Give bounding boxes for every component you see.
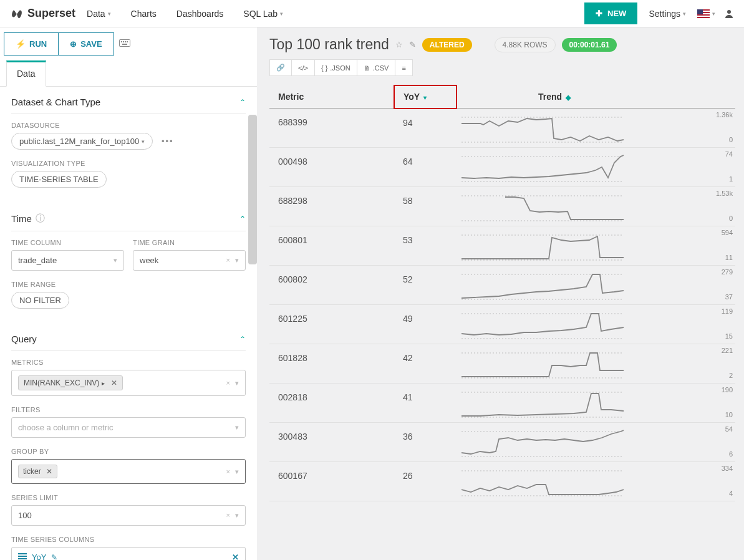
remove-icon[interactable]: ✕ bbox=[46, 467, 52, 476]
svg-point-5 bbox=[727, 10, 731, 14]
metric-chip[interactable]: MIN(RANK_EXC_INV)▸✕ bbox=[18, 375, 123, 390]
clear-icon[interactable]: × bbox=[226, 511, 230, 519]
bolt-icon: ⚡ bbox=[16, 39, 26, 49]
cell-trend: 11915 bbox=[457, 305, 735, 344]
filters-select[interactable]: choose a column or metric ▾ bbox=[11, 417, 246, 438]
caret-down-icon: ▾ bbox=[108, 11, 111, 17]
brand-logo[interactable]: Superset bbox=[10, 7, 75, 21]
groupby-chip[interactable]: ticker✕ bbox=[18, 465, 57, 478]
section-header-query[interactable]: Query ⌃ bbox=[11, 324, 246, 351]
table-row: 00049864741 bbox=[269, 148, 735, 187]
superset-logo-icon bbox=[10, 7, 24, 21]
clear-icon[interactable]: × bbox=[226, 468, 230, 476]
chart-toolbar: 🔗 </> { }.JSON 🗎.CSV ≡ bbox=[269, 59, 413, 76]
nav-dashboards[interactable]: Dashboards bbox=[168, 4, 233, 24]
sort-desc-icon: ▾ bbox=[423, 94, 427, 101]
time-range-selector[interactable]: NO FILTER bbox=[11, 292, 69, 309]
svg-rect-6 bbox=[119, 40, 130, 47]
caret-down-icon: ▾ bbox=[235, 256, 239, 264]
keyboard-icon[interactable] bbox=[119, 39, 130, 49]
spark-bot-value: 10 bbox=[725, 411, 733, 418]
chevron-up-icon: ⌃ bbox=[239, 98, 246, 107]
braces-icon: { } bbox=[321, 64, 327, 72]
caret-down-icon: ▾ bbox=[280, 11, 283, 17]
metrics-select[interactable]: MIN(RANK_EXC_INV)▸✕ ×▾ bbox=[11, 370, 246, 396]
ts-column-item[interactable]: YoY ✎ ✕ bbox=[11, 547, 246, 560]
svg-rect-8 bbox=[123, 41, 124, 42]
svg-rect-3 bbox=[697, 16, 710, 17]
nav-sqllab[interactable]: SQL Lab▾ bbox=[234, 4, 292, 24]
caret-right-icon: ▸ bbox=[102, 380, 105, 387]
nav-data[interactable]: Data▾ bbox=[78, 4, 120, 24]
remove-icon[interactable]: ✕ bbox=[111, 379, 117, 387]
file-icon: 🗎 bbox=[364, 64, 370, 72]
embed-button[interactable]: </> bbox=[292, 59, 315, 76]
caret-down-icon: ▾ bbox=[142, 138, 145, 145]
save-button[interactable]: ⊕SAVE bbox=[58, 32, 114, 56]
datasource-label: DATASOURCE bbox=[11, 122, 246, 129]
cell-yoy: 58 bbox=[394, 187, 457, 226]
viztype-selector[interactable]: TIME-SERIES TABLE bbox=[11, 171, 107, 188]
spark-top-value: 221 bbox=[722, 347, 733, 354]
spark-top-value: 1.53k bbox=[716, 190, 733, 197]
table-row: 688298581.53k0 bbox=[269, 187, 735, 226]
run-button[interactable]: ⚡RUN bbox=[4, 32, 58, 56]
delete-icon[interactable]: ✕ bbox=[232, 553, 239, 560]
spark-top-value: 190 bbox=[722, 386, 733, 393]
caret-down-icon: ▾ bbox=[114, 256, 117, 264]
filters-label: FILTERS bbox=[11, 406, 246, 413]
link-button[interactable]: 🔗 bbox=[269, 59, 292, 76]
svg-rect-11 bbox=[122, 44, 127, 45]
menu-button[interactable]: ≡ bbox=[395, 59, 412, 76]
cell-metric: 601225 bbox=[269, 305, 394, 344]
csv-button[interactable]: 🗎.CSV bbox=[357, 59, 396, 76]
cell-trend: 546 bbox=[457, 423, 735, 462]
series-limit-select[interactable]: 100 ×▾ bbox=[11, 505, 246, 526]
caret-down-icon: ▾ bbox=[235, 379, 239, 387]
section-title: Dataset & Chart Type bbox=[11, 97, 100, 107]
section-header-dataset[interactable]: Dataset & Chart Type ⌃ bbox=[11, 87, 246, 114]
user-icon[interactable] bbox=[724, 9, 734, 19]
more-icon[interactable]: ••• bbox=[162, 137, 174, 146]
new-button[interactable]: ✚NEW bbox=[584, 2, 637, 24]
cell-metric: 688298 bbox=[269, 187, 394, 226]
spark-bot-value: 0 bbox=[729, 215, 733, 222]
tab-data[interactable]: Data bbox=[6, 60, 46, 87]
clear-icon[interactable]: × bbox=[226, 256, 230, 264]
controls-tabs: Data bbox=[0, 60, 257, 87]
section-header-time[interactable]: Time ⓘ ⌃ bbox=[11, 203, 246, 231]
col-header-trend[interactable]: Trend◆ bbox=[457, 85, 735, 109]
cell-yoy: 49 bbox=[394, 305, 457, 344]
col-header-metric[interactable]: Metric bbox=[269, 85, 394, 109]
nav-settings[interactable]: Settings▾ bbox=[640, 4, 695, 24]
locale-flag-icon[interactable] bbox=[697, 9, 710, 18]
clear-icon[interactable]: × bbox=[226, 379, 230, 387]
edit-icon[interactable]: ✎ bbox=[409, 40, 416, 49]
spark-bot-value: 15 bbox=[725, 332, 733, 340]
results-table: Metric YoY▾ Trend◆ 688399941.36k00004986… bbox=[269, 85, 735, 501]
time-grain-select[interactable]: week ×▾ bbox=[133, 250, 246, 271]
time-column-select[interactable]: trade_date ▾ bbox=[11, 250, 124, 271]
caret-down-icon: ▾ bbox=[235, 468, 239, 476]
drag-handle-icon[interactable] bbox=[18, 553, 27, 560]
spark-bot-value: 37 bbox=[725, 293, 733, 301]
cell-trend: 3344 bbox=[457, 462, 735, 501]
star-icon[interactable]: ☆ bbox=[395, 40, 403, 49]
cell-metric: 000498 bbox=[269, 148, 394, 187]
time-column-label: TIME COLUMN bbox=[11, 239, 124, 246]
altered-badge[interactable]: ALTERED bbox=[422, 38, 472, 52]
cell-trend: 741 bbox=[457, 148, 735, 187]
svg-rect-10 bbox=[127, 41, 128, 42]
col-header-yoy[interactable]: YoY▾ bbox=[394, 85, 457, 109]
spark-top-value: 334 bbox=[722, 465, 733, 472]
chevron-up-icon: ⌃ bbox=[239, 335, 246, 344]
chevron-up-icon: ⌃ bbox=[239, 215, 246, 223]
sort-icon: ◆ bbox=[566, 94, 571, 101]
scrollbar[interactable] bbox=[248, 115, 257, 264]
groupby-select[interactable]: ticker✕ ×▾ bbox=[11, 459, 246, 484]
edit-icon[interactable]: ✎ bbox=[51, 553, 57, 561]
datasource-selector[interactable]: public.last_12M_rank_for_top100▾ bbox=[11, 133, 153, 150]
json-button[interactable]: { }.JSON bbox=[315, 59, 357, 76]
cell-trend: 1.53k0 bbox=[457, 187, 735, 226]
nav-charts[interactable]: Charts bbox=[122, 4, 165, 24]
